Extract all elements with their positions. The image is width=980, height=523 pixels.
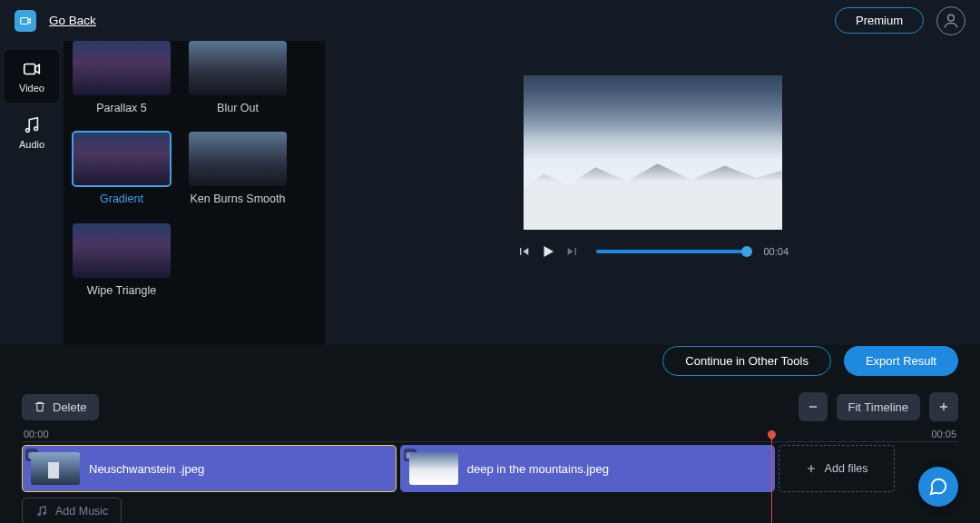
zoom-out-button[interactable] (799, 392, 828, 421)
playhead[interactable] (771, 432, 772, 523)
app-logo-icon (15, 10, 36, 32)
plus-icon (805, 462, 818, 475)
effect-thumb (73, 223, 171, 278)
effect-label: Parallax 5 (73, 101, 171, 115)
timeline-toolbar: Delete Fit Timeline (22, 392, 958, 421)
continue-button[interactable]: Continue in Other Tools (662, 346, 831, 376)
effect-thumb (189, 132, 287, 186)
minus-icon (807, 400, 819, 413)
effect-thumb (73, 41, 171, 95)
clip-label: Neuschwanstein .jpeg (89, 462, 204, 476)
effect-label: Ken Burns Smooth (189, 192, 287, 206)
video-track: Neuschwanstein .jpegdeep in the mountain… (22, 445, 958, 492)
effect-item[interactable]: Parallax 5 (73, 41, 171, 115)
clip-thumb (31, 452, 80, 485)
add-files-button[interactable]: Add files (779, 445, 895, 492)
svg-rect-0 (21, 17, 28, 24)
music-note-icon (35, 505, 48, 518)
export-button[interactable]: Export Result (844, 346, 958, 376)
next-frame-button[interactable] (565, 244, 580, 259)
ruler-end: 00:05 (931, 429, 956, 439)
progress-thumb[interactable] (741, 246, 752, 257)
svg-point-1 (948, 15, 955, 21)
skip-next-icon (565, 244, 580, 259)
user-icon (942, 12, 960, 30)
side-tab-audio[interactable]: Audio (5, 106, 59, 159)
profile-avatar[interactable] (936, 6, 965, 35)
svg-point-9 (38, 513, 40, 515)
svg-point-10 (44, 512, 45, 514)
effect-item[interactable]: Blur Out (189, 41, 287, 115)
play-icon (540, 243, 556, 260)
timeline-ruler[interactable]: 00:00 00:05 (22, 429, 958, 439)
player-progress[interactable] (596, 250, 747, 253)
effect-label: Blur Out (189, 101, 287, 115)
music-icon (22, 115, 42, 135)
ruler-start: 00:00 (24, 429, 49, 439)
trash-icon (34, 400, 46, 413)
effect-thumb (189, 41, 287, 95)
side-tab-label: Audio (19, 139, 44, 150)
action-bar: Continue in Other Tools Export Result (662, 346, 958, 376)
help-fab[interactable] (918, 467, 958, 507)
svg-rect-2 (24, 64, 35, 74)
effect-item[interactable]: Gradient (73, 132, 171, 206)
player-time: 00:04 (763, 246, 789, 257)
zoom-in-button[interactable] (929, 392, 958, 421)
side-tab-video[interactable]: Video (5, 50, 59, 103)
timeline-clip[interactable]: Neuschwanstein .jpeg (22, 445, 397, 492)
prev-frame-button[interactable] (516, 244, 531, 259)
add-music-button[interactable]: Add Music (22, 498, 122, 523)
side-tab-rail: Video Audio (0, 41, 64, 345)
preview-viewport (524, 75, 782, 230)
side-tab-label: Video (19, 83, 44, 94)
delete-button[interactable]: Delete (22, 394, 99, 420)
fit-timeline-button[interactable]: Fit Timeline (837, 394, 920, 420)
effect-item[interactable]: Wipe Triangle (73, 223, 171, 298)
chat-icon (928, 477, 948, 497)
topbar: Go Back Premium (0, 0, 980, 41)
video-icon (22, 59, 42, 79)
preview-area: 00:04 Continue in Other Tools Export Res… (325, 41, 980, 345)
player-controls: 00:04 (516, 243, 789, 260)
premium-button[interactable]: Premium (835, 7, 924, 34)
effect-thumb (73, 132, 171, 186)
effects-panel[interactable]: Parallax 5Blur OutGradientKen Burns Smoo… (64, 41, 325, 345)
go-back-link[interactable]: Go Back (49, 14, 96, 27)
skip-prev-icon (516, 244, 531, 259)
timeline-tracks: Neuschwanstein .jpegdeep in the mountain… (22, 445, 958, 523)
svg-point-3 (26, 129, 30, 133)
effect-label: Gradient (73, 192, 171, 206)
clip-thumb (409, 452, 458, 485)
svg-point-4 (34, 127, 38, 131)
timeline-clip[interactable]: deep in the mountains.jpeg (400, 445, 775, 492)
clip-label: deep in the mountains.jpeg (467, 462, 609, 476)
play-button[interactable] (540, 243, 556, 260)
main-area: Video Audio Parallax 5Blur OutGradientKe… (0, 41, 980, 345)
preview-frame (524, 75, 782, 230)
effect-label: Wipe Triangle (73, 283, 171, 298)
plus-icon (937, 400, 950, 413)
effect-item[interactable]: Ken Burns Smooth (189, 132, 287, 206)
